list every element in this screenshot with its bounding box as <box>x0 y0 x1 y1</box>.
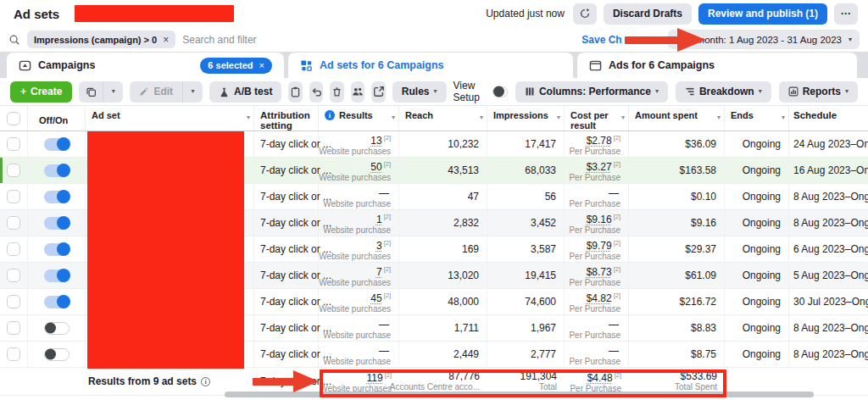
header-ad-set[interactable]: Ad set▾ <box>86 106 254 131</box>
ends-cell: Ongoing <box>725 236 789 262</box>
filter-chip[interactable]: Impressions (campaign) > 0 × <box>27 31 175 48</box>
row-checkbox[interactable] <box>7 347 20 361</box>
search-input[interactable] <box>182 34 575 46</box>
attribution-cell: 7-day click or ... <box>254 210 319 236</box>
row-checkbox[interactable] <box>7 137 20 151</box>
row-off-on-toggle[interactable] <box>44 243 70 256</box>
tab-ads[interactable]: Ads for 6 Campaigns <box>577 53 857 78</box>
row-checkbox[interactable] <box>7 242 20 256</box>
ends-cell: Ongoing <box>725 263 789 288</box>
tab-ad-sets[interactable]: Ad sets for 6 Campaigns <box>288 53 573 78</box>
undo-button[interactable] <box>309 81 323 103</box>
ends-cell: Ongoing <box>725 184 789 209</box>
header-results[interactable]: i Results▾ <box>319 106 399 131</box>
rules-button[interactable]: Rules ▾ <box>392 81 447 103</box>
cost-per-result-cell: — Per Purchase <box>565 315 629 341</box>
row-off-on-toggle[interactable] <box>44 138 70 151</box>
impressions-cell: 1,967 <box>487 315 565 341</box>
header-reach[interactable]: Reach▾ <box>399 106 487 131</box>
updated-status: Updated just now <box>486 8 565 19</box>
sort-caret-icon: ▾ <box>717 113 721 123</box>
header-off-on[interactable]: Off/On <box>28 106 86 131</box>
clear-selection-icon[interactable]: × <box>259 60 264 70</box>
edit-dropdown-button[interactable]: ▾ <box>182 81 203 103</box>
impressions-cell: 3,452 <box>487 210 565 236</box>
duplicate-dropdown-button[interactable]: ▾ <box>103 81 123 103</box>
row-off-on-toggle[interactable] <box>44 164 70 177</box>
campaigns-tab-icon <box>19 59 31 72</box>
refresh-icon <box>579 8 591 19</box>
discard-drafts-button[interactable]: Discard Drafts <box>604 3 692 25</box>
row-checkbox[interactable] <box>7 190 20 203</box>
clipboard-button[interactable] <box>288 81 302 103</box>
level-tabs: Campaigns 6 selected × Ad sets for 6 Cam… <box>0 53 868 78</box>
header-cost-per-result[interactable]: Cost per result▾ <box>565 106 629 131</box>
reach-cell: 13,020 <box>399 263 487 288</box>
refresh-button[interactable] <box>573 3 597 25</box>
create-button[interactable]: + Create <box>10 81 72 103</box>
info-icon[interactable]: i <box>325 110 335 120</box>
columns-button[interactable]: Columns: Performance ▾ <box>515 81 668 103</box>
chevron-down-icon: ▾ <box>655 88 659 95</box>
schedule-cell: 24 Aug 2023–Ongoin <box>789 131 868 157</box>
row-checkbox[interactable] <box>7 321 20 335</box>
schedule-cell: 8 Aug 2023–Ongoing <box>789 342 868 367</box>
breakdown-button[interactable]: Breakdown ▾ <box>676 81 771 103</box>
results-cell: — Website purchase <box>319 342 399 367</box>
header-ends[interactable]: Ends▾ <box>725 106 789 131</box>
reach-cell: 47 <box>399 184 487 209</box>
delete-button[interactable] <box>330 81 343 103</box>
row-off-on-toggle[interactable] <box>44 217 70 230</box>
edit-button[interactable]: Edit <box>130 81 182 103</box>
annotation-arrow-date-range <box>625 25 708 51</box>
tab-campaigns[interactable]: Campaigns 6 selected × <box>7 53 284 78</box>
preview-button[interactable] <box>371 81 385 103</box>
ends-cell: Ongoing <box>725 131 789 157</box>
header-impressions[interactable]: Impressions▾ <box>487 106 565 131</box>
sort-caret-icon: ▾ <box>621 113 625 123</box>
annotation-highlight-box <box>320 369 726 397</box>
info-icon[interactable]: i <box>201 377 210 386</box>
ads-tab-icon <box>589 59 602 72</box>
duplicate-button[interactable] <box>79 81 103 103</box>
view-setup-toggle[interactable] <box>492 86 508 97</box>
row-checkbox[interactable] <box>7 295 20 308</box>
row-checkbox[interactable] <box>7 216 20 230</box>
header-amount-spent[interactable]: Amount spent▾ <box>629 106 725 131</box>
attribution-cell: 7-day click or ... <box>254 131 319 157</box>
attribution-cell: 7-day click or ... <box>254 263 319 288</box>
save-link[interactable]: Save Ch <box>581 34 621 46</box>
row-off-on-toggle[interactable] <box>44 191 70 203</box>
chevron-down-icon: ▾ <box>849 36 852 43</box>
review-publish-button[interactable]: Review and publish (1) <box>698 3 827 25</box>
amount-spent-cell: $61.09 <box>629 263 725 288</box>
header-schedule[interactable]: Schedule <box>789 106 868 131</box>
results-cell: 45[2] Website purchases <box>319 289 399 314</box>
row-off-on-toggle[interactable] <box>44 269 70 282</box>
amount-spent-cell: $9.16 <box>629 210 725 236</box>
audience-button[interactable] <box>351 81 364 103</box>
row-off-on-toggle[interactable] <box>44 296 70 308</box>
row-checkbox[interactable] <box>7 269 20 282</box>
schedule-cell: 6 Aug 2023–Ongoing <box>789 236 868 262</box>
attribution-cell: 7-day click or ... <box>254 342 319 367</box>
row-off-on-toggle[interactable] <box>44 348 70 361</box>
row-checkbox[interactable] <box>7 164 20 177</box>
impressions-cell: 3,587 <box>487 236 565 262</box>
results-cell: — Website purchase <box>319 315 399 341</box>
attribution-cell: 7-day click or ... <box>254 289 319 314</box>
ends-cell: Ongoing <box>725 289 789 314</box>
header-attribution[interactable]: Attribution setting <box>254 106 319 131</box>
select-all-checkbox[interactable] <box>7 112 20 125</box>
plus-icon: + <box>20 86 26 97</box>
cost-per-result-cell: $2.78[2] Per Purchase <box>565 131 629 157</box>
row-off-on-toggle[interactable] <box>44 322 70 335</box>
filter-chip-close-icon[interactable]: × <box>163 34 169 46</box>
more-options-button[interactable]: ··· <box>834 3 858 25</box>
reports-button[interactable]: Reports ▾ <box>779 81 858 103</box>
trash-icon <box>331 86 342 97</box>
ab-test-button[interactable]: A/B test <box>209 81 281 103</box>
ends-cell: Ongoing <box>725 342 789 367</box>
selected-count-badge[interactable]: 6 selected × <box>200 58 272 74</box>
impressions-cell: 19,415 <box>487 263 565 288</box>
